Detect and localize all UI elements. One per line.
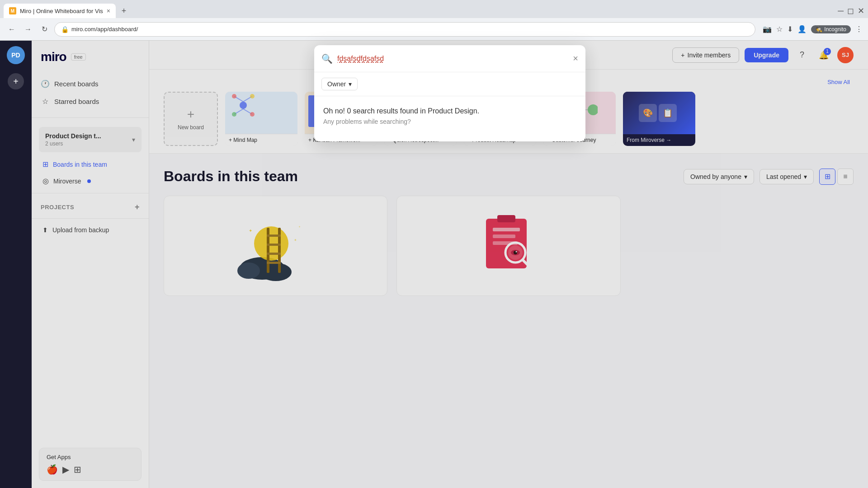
incognito-badge: 🕵 Incognito [811, 25, 851, 33]
active-tab[interactable]: M Miro | Online Whiteboard for Vis × [4, 4, 116, 18]
search-clear-button[interactable]: × [573, 53, 578, 64]
more-options-button[interactable]: ⋮ [855, 25, 863, 33]
browser-chrome: M Miro | Online Whiteboard for Vis × + ─… [0, 0, 868, 41]
new-tab-button[interactable]: + [118, 5, 130, 17]
search-results: Oh no! 0 search results found in Product… [314, 96, 585, 141]
lock-icon: 🔒 [61, 26, 69, 33]
search-filters: Owner ▾ [314, 72, 585, 96]
tab-favicon: M [9, 7, 16, 14]
window-maximize[interactable]: ◻ [847, 6, 854, 16]
tab-title: Miro | Online Whiteboard for Vis [20, 8, 103, 14]
url-text: miro.com/app/dashboard/ [71, 26, 138, 33]
address-bar[interactable]: 🔒 miro.com/app/dashboard/ [54, 22, 755, 37]
tab-bar: M Miro | Online Whiteboard for Vis × + ─… [0, 0, 868, 18]
search-owner-chevron: ▾ [349, 80, 352, 88]
incognito-label: Incognito [824, 26, 846, 33]
download-icon[interactable]: ⬇ [787, 25, 793, 33]
search-owner-label: Owner [327, 80, 346, 88]
search-overlay: 🔍 × Owner ▾ Oh no! 0 search results foun… [32, 41, 868, 488]
search-input[interactable] [337, 55, 568, 63]
no-results-sub: Any problems while searching? [323, 118, 576, 125]
workspace-avatar[interactable]: PD [7, 46, 25, 64]
search-owner-filter[interactable]: Owner ▾ [321, 78, 358, 90]
nav-refresh-button[interactable]: ↻ [38, 23, 51, 36]
no-results-text: Oh no! 0 search results found in Product… [323, 107, 576, 115]
browser-nav-actions: 📷 ☆ ⬇ 👤 🕵 Incognito ⋮ [763, 25, 863, 33]
profile-icon[interactable]: 👤 [797, 25, 807, 33]
search-input-icon: 🔍 [321, 53, 333, 64]
nav-forward-button[interactable]: → [22, 23, 34, 36]
incognito-icon: 🕵 [816, 26, 822, 33]
add-workspace-button[interactable]: + [8, 73, 24, 89]
tab-close-button[interactable]: × [107, 7, 110, 14]
nav-bar: ← → ↻ 🔒 miro.com/app/dashboard/ 📷 ☆ ⬇ 👤 … [0, 18, 868, 41]
no-camera-icon: 📷 [763, 25, 772, 33]
window-close[interactable]: ✕ [858, 6, 864, 16]
search-input-row: 🔍 × [314, 45, 585, 72]
window-minimize[interactable]: ─ [838, 6, 844, 16]
left-rail: PD + [0, 41, 32, 488]
nav-back-button[interactable]: ← [5, 23, 18, 36]
search-dropdown: 🔍 × Owner ▾ Oh no! 0 search results foun… [314, 45, 585, 141]
bookmark-icon[interactable]: ☆ [776, 25, 783, 33]
